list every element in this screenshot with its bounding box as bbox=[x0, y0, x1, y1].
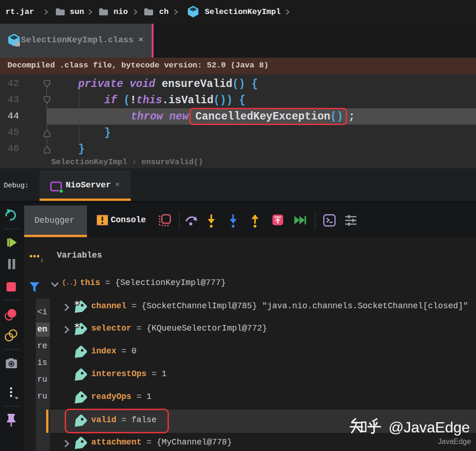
svg-text:1: 1 bbox=[40, 258, 43, 263]
